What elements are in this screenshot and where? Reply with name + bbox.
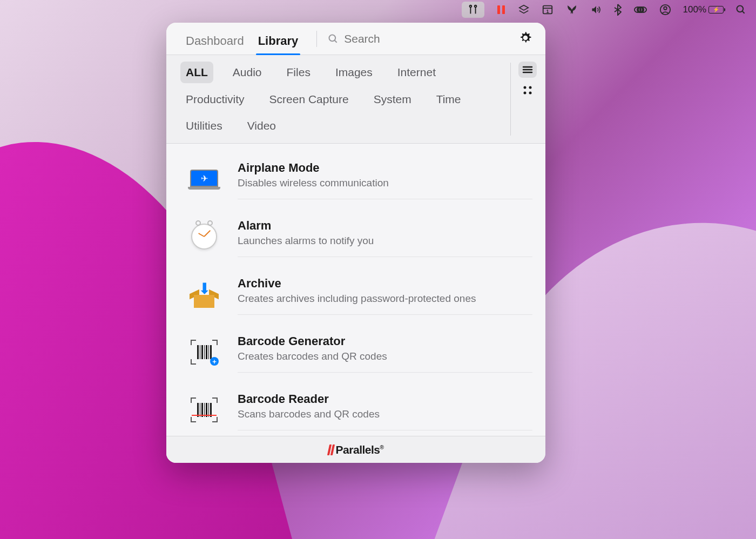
link-icon[interactable]: [633, 5, 647, 14]
filter-internet[interactable]: Internet: [392, 62, 441, 83]
tools-icon[interactable]: [462, 2, 484, 18]
parallels-toolbox-window: Dashboard Library ALL Audio Files Images…: [166, 23, 545, 463]
list-item[interactable]: Alarm Launches alarms to notify you: [166, 208, 545, 266]
item-title: Airplane Mode: [238, 161, 532, 175]
filter-audio[interactable]: Audio: [227, 62, 267, 83]
filter-video[interactable]: Video: [242, 115, 281, 137]
svg-point-16: [329, 35, 336, 41]
settings-button[interactable]: [516, 29, 535, 49]
tab-library[interactable]: Library: [258, 34, 299, 55]
svg-point-0: [469, 5, 471, 8]
filter-time[interactable]: Time: [431, 89, 467, 110]
svg-point-24: [529, 92, 532, 95]
window-header: Dashboard Library: [166, 23, 545, 55]
filter-all[interactable]: ALL: [180, 62, 213, 83]
list-item[interactable]: ✈ Airplane Mode Disables wireless commun…: [166, 152, 545, 208]
item-title: Barcode Reader: [238, 392, 532, 406]
list-item[interactable]: Barcode Reader Scans barcodes and QR cod…: [166, 381, 545, 436]
barcode-generator-icon: +: [188, 336, 220, 368]
battery-percentage: 100%: [683, 4, 706, 15]
item-description: Scans barcodes and QR codes: [238, 408, 532, 420]
calendar-icon[interactable]: 1: [542, 4, 554, 16]
list-item[interactable]: + Barcode Generator Creates barcodes and…: [166, 324, 545, 381]
alarm-icon: [188, 220, 220, 253]
battery-status[interactable]: 100% ⚡: [683, 4, 724, 15]
user-icon[interactable]: [659, 4, 671, 16]
category-filter-bar: ALL Audio Files Images Internet Producti…: [166, 55, 545, 144]
svg-text:1: 1: [546, 9, 549, 14]
butterfly-icon[interactable]: [565, 4, 578, 15]
stack-icon[interactable]: [518, 4, 530, 16]
search-input[interactable]: [344, 32, 516, 45]
item-description: Launches alarms to notify you: [238, 235, 532, 247]
tools-list: ✈ Airplane Mode Disables wireless commun…: [166, 144, 545, 436]
parallels-logo-icon: [328, 444, 334, 455]
item-title: Barcode Generator: [238, 334, 532, 348]
filter-screen-capture[interactable]: Screen Capture: [264, 89, 354, 110]
menubar: 1 100% ⚡: [452, 0, 756, 19]
svg-point-21: [524, 86, 526, 89]
search-icon: [328, 33, 339, 44]
filter-images[interactable]: Images: [330, 62, 378, 83]
item-description: Disables wireless communication: [238, 177, 532, 189]
svg-rect-5: [502, 5, 505, 14]
item-description: Creates archives including password-prot…: [238, 293, 532, 305]
brand-label: Parallels®: [336, 443, 384, 456]
svg-point-13: [664, 7, 667, 10]
svg-point-23: [524, 92, 526, 95]
tab-dashboard[interactable]: Dashboard: [186, 34, 244, 55]
item-title: Alarm: [238, 219, 532, 233]
divider: [316, 31, 317, 47]
window-footer: Parallels®: [166, 436, 545, 463]
svg-rect-4: [497, 5, 500, 14]
pause-icon[interactable]: [496, 4, 506, 15]
svg-point-2: [474, 5, 476, 8]
filter-files[interactable]: Files: [281, 62, 316, 83]
svg-line-17: [335, 40, 337, 42]
svg-marker-6: [519, 5, 528, 10]
divider: [510, 63, 511, 136]
airplane-mode-icon: ✈: [188, 164, 220, 196]
svg-point-22: [529, 86, 532, 89]
svg-point-14: [737, 6, 744, 12]
svg-line-15: [742, 11, 745, 14]
list-view-toggle[interactable]: [518, 62, 537, 78]
item-title: Archive: [238, 277, 532, 291]
archive-icon: ⬇: [188, 278, 220, 311]
filter-productivity[interactable]: Productivity: [180, 89, 250, 110]
spotlight-search-icon[interactable]: [735, 4, 746, 15]
filter-system[interactable]: System: [368, 89, 417, 110]
barcode-reader-icon: [188, 394, 220, 426]
bluetooth-icon[interactable]: [614, 4, 622, 16]
filter-utilities[interactable]: Utilities: [180, 115, 228, 137]
grid-view-toggle[interactable]: [518, 82, 537, 98]
battery-icon: ⚡: [708, 6, 724, 14]
list-item[interactable]: ⬇ Archive Creates archives including pas…: [166, 266, 545, 324]
item-description: Creates barcodes and QR codes: [238, 351, 532, 362]
sound-icon[interactable]: [590, 4, 602, 15]
